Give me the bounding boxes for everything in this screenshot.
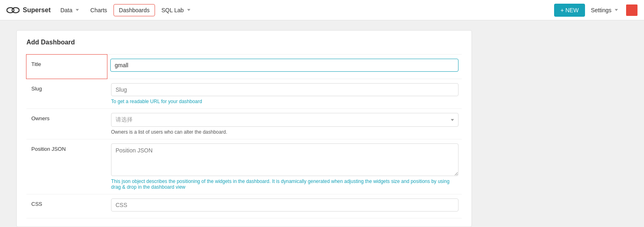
svg-point-1 [12, 7, 20, 13]
navbar: Superset Data Charts Dashboards SQL Lab … [0, 0, 644, 20]
data-dropdown-icon [76, 9, 79, 11]
add-dashboard-form: Add Dashboard Title Slug To get a readab… [16, 30, 472, 227]
user-avatar[interactable] [626, 4, 637, 16]
owners-placeholder: 请选择 [116, 116, 133, 123]
owners-select[interactable]: 请选择 [111, 113, 458, 127]
owners-hint: Owners is a list of users who can alter … [111, 129, 458, 135]
brand: Superset [7, 4, 50, 17]
slug-field-col: To get a readable URL for your dashboard [108, 79, 462, 108]
form-title: Add Dashboard [26, 39, 462, 46]
position-json-textarea[interactable] [111, 143, 458, 176]
nav-data[interactable]: Data [55, 4, 84, 16]
title-input[interactable] [110, 59, 458, 72]
position-json-hint: This json object describes the positioni… [111, 179, 458, 190]
css-row: CSS [26, 194, 462, 218]
css-label: CSS [26, 194, 108, 218]
owners-dropdown-icon [451, 119, 454, 121]
position-json-label: Position JSON [26, 139, 108, 194]
position-json-row: Position JSON This json object describes… [26, 139, 462, 194]
brand-name: Superset [23, 7, 50, 14]
settings-menu[interactable]: Settings [587, 4, 622, 16]
slug-hint: To get a readable URL for your dashboard [111, 99, 458, 104]
settings-dropdown-icon [615, 9, 618, 11]
nav-sqllab[interactable]: SQL Lab [157, 4, 195, 16]
css-field-col [108, 194, 462, 218]
owners-label: Owners [26, 109, 108, 139]
owners-row: Owners 请选择 Owners is a list of users who… [26, 108, 462, 139]
main-content: Add Dashboard Title Slug To get a readab… [0, 20, 488, 227]
position-json-field-col: This json object describes the positioni… [108, 139, 462, 194]
owners-field-col: 请选择 Owners is a list of users who can al… [108, 109, 462, 139]
new-button[interactable]: + NEW [554, 4, 585, 17]
css-input[interactable] [111, 198, 458, 212]
title-label: Title [26, 54, 107, 79]
brand-logo-icon [7, 4, 20, 17]
slug-row: Slug To get a readable URL for your dash… [26, 79, 462, 108]
title-field-col [107, 55, 462, 79]
sqllab-dropdown-icon [187, 9, 190, 11]
title-row: Title [26, 54, 462, 79]
nav-dashboards[interactable]: Dashboards [114, 4, 155, 16]
slug-label: Slug [26, 79, 108, 108]
nav-charts[interactable]: Charts [85, 4, 112, 16]
slug-input[interactable] [111, 83, 458, 96]
